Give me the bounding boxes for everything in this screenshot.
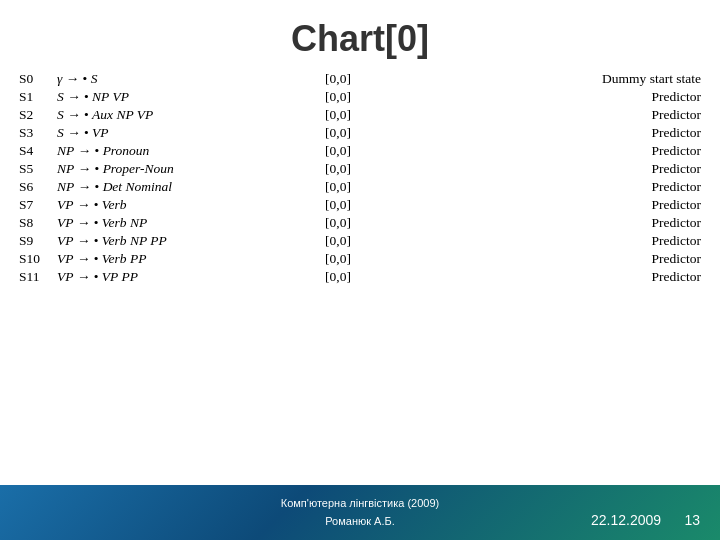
range-cell: [0,0] <box>313 214 363 232</box>
range-cell: [0,0] <box>313 160 363 178</box>
state-cell: S9 <box>15 232 53 250</box>
table-row: S0γ → • S[0,0]Dummy start state <box>15 70 705 88</box>
range-cell: [0,0] <box>313 70 363 88</box>
state-cell: S5 <box>15 160 53 178</box>
label-cell: Dummy start state <box>363 70 705 88</box>
label-cell: Predictor <box>363 88 705 106</box>
footer-right: 22.12.2009 13 <box>591 512 700 528</box>
footer-date: 22.12.2009 <box>591 512 661 528</box>
label-cell: Predictor <box>363 268 705 286</box>
state-cell: S10 <box>15 250 53 268</box>
label-cell: Predictor <box>363 178 705 196</box>
rule-cell: VP → • Verb PP <box>53 250 313 268</box>
chart-table: S0γ → • S[0,0]Dummy start stateS1S → • N… <box>15 70 705 286</box>
slide-container: Chart[0] S0γ → • S[0,0]Dummy start state… <box>0 0 720 540</box>
state-cell: S1 <box>15 88 53 106</box>
state-cell: S8 <box>15 214 53 232</box>
label-cell: Predictor <box>363 232 705 250</box>
state-cell: S4 <box>15 142 53 160</box>
state-cell: S3 <box>15 124 53 142</box>
rule-cell: VP → • Verb NP PP <box>53 232 313 250</box>
table-row: S9VP → • Verb NP PP[0,0]Predictor <box>15 232 705 250</box>
range-cell: [0,0] <box>313 178 363 196</box>
label-cell: Predictor <box>363 214 705 232</box>
rule-cell: NP → • Det Nominal <box>53 178 313 196</box>
range-cell: [0,0] <box>313 232 363 250</box>
table-row: S4NP → • Pronoun[0,0]Predictor <box>15 142 705 160</box>
state-cell: S11 <box>15 268 53 286</box>
slide-title: Chart[0] <box>0 0 720 70</box>
table-row: S3S → • VP[0,0]Predictor <box>15 124 705 142</box>
range-cell: [0,0] <box>313 250 363 268</box>
table-row: S6NP → • Det Nominal[0,0]Predictor <box>15 178 705 196</box>
rule-cell: S → • VP <box>53 124 313 142</box>
footer-bar: Комп'ютерна лінгвістика (2009) Романюк А… <box>0 485 720 540</box>
label-cell: Predictor <box>363 142 705 160</box>
range-cell: [0,0] <box>313 142 363 160</box>
footer-line2: Романюк А.Б. <box>325 515 395 527</box>
label-cell: Predictor <box>363 250 705 268</box>
rule-cell: VP → • VP PP <box>53 268 313 286</box>
rule-cell: NP → • Proper-Noun <box>53 160 313 178</box>
state-cell: S7 <box>15 196 53 214</box>
label-cell: Predictor <box>363 160 705 178</box>
footer-page: 13 <box>684 512 700 528</box>
range-cell: [0,0] <box>313 196 363 214</box>
footer-text: Комп'ютерна лінгвістика (2009) Романюк А… <box>281 495 440 530</box>
rule-cell: γ → • S <box>53 70 313 88</box>
table-row: S1S → • NP VP[0,0]Predictor <box>15 88 705 106</box>
label-cell: Predictor <box>363 196 705 214</box>
range-cell: [0,0] <box>313 268 363 286</box>
rule-cell: VP → • Verb <box>53 196 313 214</box>
rule-cell: VP → • Verb NP <box>53 214 313 232</box>
table-row: S10VP → • Verb PP[0,0]Predictor <box>15 250 705 268</box>
state-cell: S2 <box>15 106 53 124</box>
state-cell: S0 <box>15 70 53 88</box>
range-cell: [0,0] <box>313 106 363 124</box>
label-cell: Predictor <box>363 124 705 142</box>
table-row: S5NP → • Proper-Noun[0,0]Predictor <box>15 160 705 178</box>
rule-cell: S → • Aux NP VP <box>53 106 313 124</box>
table-row: S11VP → • VP PP[0,0]Predictor <box>15 268 705 286</box>
range-cell: [0,0] <box>313 88 363 106</box>
rule-cell: NP → • Pronoun <box>53 142 313 160</box>
range-cell: [0,0] <box>313 124 363 142</box>
footer-line1: Комп'ютерна лінгвістика (2009) <box>281 497 440 509</box>
table-row: S2S → • Aux NP VP[0,0]Predictor <box>15 106 705 124</box>
table-row: S8VP → • Verb NP[0,0]Predictor <box>15 214 705 232</box>
state-cell: S6 <box>15 178 53 196</box>
rule-cell: S → • NP VP <box>53 88 313 106</box>
table-row: S7VP → • Verb[0,0]Predictor <box>15 196 705 214</box>
label-cell: Predictor <box>363 106 705 124</box>
